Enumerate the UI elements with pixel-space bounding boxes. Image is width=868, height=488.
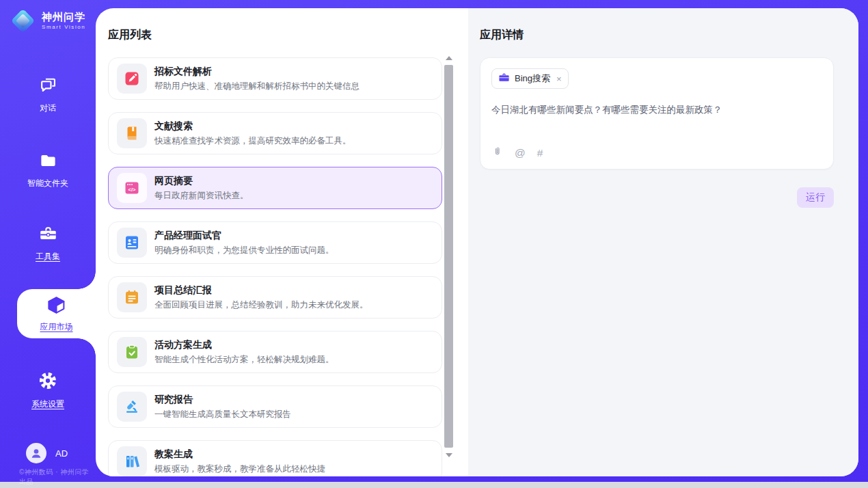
app-card-desc: 快速精准查找学术资源，提高研究效率的必备工具。 [154, 135, 351, 146]
app-card-pm-interviewer[interactable]: 产品经理面试官 明确身份和职责，为您提供专业性的面试问题。 [108, 221, 442, 264]
copyright-text: ©神州数码 · 神州问学出品 [19, 467, 96, 487]
sidebar-item-toolset[interactable]: 工具集 [0, 224, 96, 262]
sidebar-item-label: 系统设置 [31, 398, 64, 410]
app-card-title: 产品经理面试官 [154, 230, 334, 242]
app-card-desc: 明确身份和职责，为您提供专业性的面试问题。 [154, 245, 334, 256]
app-card-title: 招标文件解析 [154, 66, 360, 78]
app-card-title: 教案生成 [154, 448, 325, 461]
sidebar: 神州问学 Smart Vision 对话 智能文件夹 [0, 0, 96, 482]
app-card-desc: 模板驱动，教案秒成，教学准备从此轻松快捷 [154, 463, 325, 474]
app-card-web-summary[interactable]: </> 网页摘要 每日政府新闻资讯快查。 [108, 167, 442, 209]
app-detail-panel: 应用详情 Bing搜索 × 今日湖北 [468, 8, 858, 476]
scroll-up-arrow-icon[interactable] [446, 56, 452, 60]
sidebar-item-app-market[interactable]: 应用市场 [17, 289, 96, 338]
app-list-title: 应用列表 [108, 28, 442, 42]
user-account[interactable]: AD [26, 443, 68, 463]
app-card-title: 活动方案生成 [154, 339, 334, 351]
app-frame: 神州问学 Smart Vision 对话 智能文件夹 [0, 0, 868, 482]
run-button[interactable]: 运行 [797, 187, 834, 208]
chat-icon [39, 76, 57, 97]
brand-subtitle: Smart Vision [42, 24, 85, 30]
toolbox-icon [39, 224, 57, 245]
app-card-desc: 智能生成个性化活动方案，轻松解决规划难题。 [154, 354, 334, 365]
microscope-icon [117, 392, 147, 422]
briefcase-icon [498, 72, 510, 86]
app-card-desc: 全面回顾项目进展，总结经验教训，助力未来优化发展。 [154, 299, 368, 310]
avatar [26, 443, 46, 463]
prompt-composer[interactable]: Bing搜索 × 今日湖北有哪些新闻要点？有哪些需要关注的最新政策？ @ # [480, 57, 834, 170]
brand-name: 神州问学 [42, 12, 85, 23]
brand-logo-icon [11, 9, 35, 33]
app-card-title: 网页摘要 [154, 175, 249, 187]
app-card-activity-plan[interactable]: 活动方案生成 智能生成个性化活动方案，轻松解决规划难题。 [108, 331, 442, 373]
scrollbar-thumb[interactable] [444, 65, 453, 448]
attach-icon[interactable] [492, 146, 503, 160]
book-icon [117, 118, 147, 148]
app-card-project-summary[interactable]: 项目总结汇报 全面回顾项目进展，总结经验教训，助力未来优化发展。 [108, 276, 442, 318]
main-content: 应用列表 招标文件解析 帮助用户快速、准确地理解和解析招标书中的关键信息 [96, 8, 858, 476]
sidebar-item-label: 工具集 [36, 251, 60, 262]
resume-icon [117, 228, 147, 258]
app-card-title: 项目总结汇报 [154, 284, 368, 297]
sidebar-item-label: 对话 [40, 103, 56, 114]
report-note-icon [117, 282, 147, 312]
tool-tag-bing-search[interactable]: Bing搜索 × [491, 68, 569, 89]
browser-code-icon: </> [117, 173, 147, 203]
app-card-bid-analysis[interactable]: 招标文件解析 帮助用户快速、准确地理解和解析招标书中的关键信息 [108, 57, 442, 100]
tool-tag-label: Bing搜索 [515, 72, 550, 85]
app-card-title: 研究报告 [154, 394, 291, 406]
app-card-literature-search[interactable]: 文献搜索 快速精准查找学术资源，提高研究效率的必备工具。 [108, 112, 442, 154]
app-card-desc: 一键智能生成高质量长文本研究报告 [154, 409, 291, 420]
mention-icon[interactable]: @ [515, 147, 526, 159]
composer-toolbar: @ # [492, 146, 543, 160]
app-card-research-report[interactable]: 研究报告 一键智能生成高质量长文本研究报告 [108, 385, 442, 428]
prompt-input[interactable]: 今日湖北有哪些新闻要点？有哪些需要关注的最新政策？ [491, 104, 822, 116]
app-detail-title: 应用详情 [480, 28, 834, 42]
app-card-lesson-plan[interactable]: 教案生成 模板驱动，教案秒成，教学准备从此轻松快捷 [108, 440, 442, 476]
app-card-title: 文献搜索 [154, 120, 351, 133]
close-icon[interactable]: × [556, 74, 562, 84]
scroll-down-arrow-icon[interactable] [446, 453, 452, 457]
app-card-desc: 每日政府新闻资讯快查。 [154, 190, 249, 201]
svg-text:</>: </> [128, 187, 136, 193]
sidebar-item-label: 智能文件夹 [27, 178, 68, 189]
books-icon [117, 446, 147, 476]
brand-logo: 神州问学 Smart Vision [11, 9, 85, 33]
cube-icon [46, 295, 66, 318]
topic-icon[interactable]: # [537, 147, 543, 159]
user-name: AD [55, 448, 68, 459]
sidebar-item-smart-folder[interactable]: 智能文件夹 [0, 151, 96, 189]
app-list-panel: 应用列表 招标文件解析 帮助用户快速、准确地理解和解析招标书中的关键信息 [96, 8, 468, 476]
edit-square-icon [117, 64, 147, 94]
folder-icon [39, 151, 57, 172]
run-row: 运行 [480, 187, 834, 208]
sidebar-item-settings[interactable]: 系统设置 [0, 371, 96, 410]
app-list: 招标文件解析 帮助用户快速、准确地理解和解析招标书中的关键信息 文献搜索 [108, 57, 442, 476]
clipboard-check-icon [117, 337, 147, 367]
list-scrollbar[interactable] [444, 55, 453, 459]
sidebar-item-chat[interactable]: 对话 [0, 76, 96, 114]
app-card-desc: 帮助用户快速、准确地理解和解析招标书中的关键信息 [154, 81, 360, 92]
sidebar-item-label: 应用市场 [40, 321, 73, 333]
gear-icon [38, 371, 57, 393]
